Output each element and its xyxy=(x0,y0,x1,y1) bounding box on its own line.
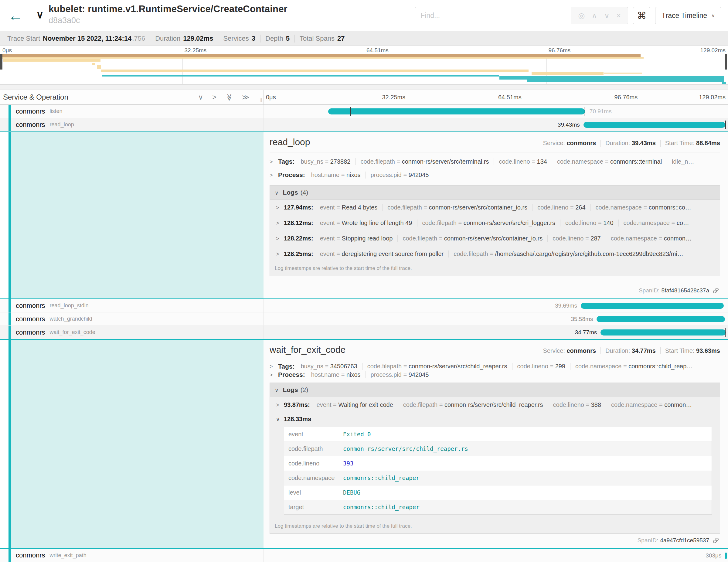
tag: code.namespaceconmonrs::child_reap… xyxy=(570,363,697,370)
span-row-read-loop-stdin[interactable]: conmonrs read_loop_stdin 39.69ms xyxy=(0,299,728,312)
minimap-right-handle[interactable] xyxy=(725,54,727,70)
span-bar[interactable] xyxy=(597,316,725,322)
detail-start-time: Start Time: 93.63ms xyxy=(660,347,720,354)
log-marker xyxy=(330,107,330,116)
minimap-left-handle[interactable] xyxy=(0,54,2,70)
tags-toggle[interactable]: Tags: busy_ns273882 code.filepathconmon-… xyxy=(270,155,720,168)
divider xyxy=(270,152,720,152)
span-duration-label: 303μs xyxy=(706,552,721,559)
log-entry[interactable]: 128.12ms: eventWrote log line of length … xyxy=(270,215,720,231)
trace-depth: Depth 5 xyxy=(260,35,294,43)
expand-all-icon[interactable]: ≫ xyxy=(242,93,249,101)
span-row-read-loop[interactable]: conmonrs read_loop 39.43ms xyxy=(0,118,728,131)
logs-section: Logs (2) 93.87ms: eventWaiting for exit … xyxy=(270,383,720,534)
span-duration-label: 70.91ms xyxy=(590,108,612,115)
column-resize-grip[interactable]: ‖ xyxy=(260,97,262,104)
service-color-bar xyxy=(9,132,11,298)
collapse-one-icon[interactable]: ∨ xyxy=(198,93,203,101)
collapse-all-icon[interactable]: ≫ xyxy=(225,94,233,101)
process-toggle[interactable]: Process: host.namenixos process.pid94204… xyxy=(270,168,720,182)
span-operation-name: read_loop xyxy=(50,121,74,128)
log-entry[interactable]: 128.22ms: eventStopping read loop code.f… xyxy=(270,231,720,246)
span-service-name: conmonrs xyxy=(16,107,45,115)
ruler-tick-label: 0μs xyxy=(2,47,12,54)
table-row: level DEBUG xyxy=(284,485,712,500)
timeline-gridline xyxy=(612,90,612,104)
log-entry[interactable]: 127.94ms: eventRead 4 bytes code.filepat… xyxy=(270,200,720,215)
expand-one-icon[interactable]: > xyxy=(212,93,216,101)
span-bar[interactable] xyxy=(328,108,585,114)
span-bar[interactable] xyxy=(725,553,727,559)
log-entry[interactable]: 128.25ms: eventderegistering event sourc… xyxy=(270,246,720,262)
span-bar[interactable] xyxy=(583,122,725,128)
ruler-tick-label: 32.25ms xyxy=(382,94,406,101)
log-fields-table: event Exited 0 code.filepath conmon-rs/s… xyxy=(284,427,712,515)
process-tag: host.namenixos xyxy=(306,371,366,378)
detail-start-time: Start Time: 88.84ms xyxy=(660,140,720,147)
minimap-span-bar xyxy=(722,82,726,84)
detail-row-shade[interactable] xyxy=(11,340,264,548)
keyboard-shortcuts-button[interactable]: ⌘ xyxy=(633,7,650,24)
process-toggle[interactable]: Process: host.namenixos process.pid94204… xyxy=(270,371,720,379)
timeline-column-header: Service & Operation ∨ > ≫ ≫ ‖ 0μs 32.25m… xyxy=(0,90,728,105)
detail-row-shade[interactable] xyxy=(11,132,264,298)
clear-search-icon[interactable]: × xyxy=(616,11,621,20)
log-entry-toggle[interactable]: 128.33ms xyxy=(274,416,716,423)
ruler-tick-label: 64.51ms xyxy=(366,47,389,54)
minimap-span-bar xyxy=(102,75,499,77)
title-chevron-down-icon[interactable]: ∨ xyxy=(36,9,44,21)
span-detail-panel: wait_for_exit_code Service: conmonrs Dur… xyxy=(264,340,728,548)
logs-note: Log timestamps are relative to the start… xyxy=(270,519,720,533)
span-detail-panel: read_loop Service: conmonrs Duration: 39… xyxy=(264,132,728,298)
chevron-right-icon xyxy=(270,371,274,378)
table-row: code.lineno 393 xyxy=(284,456,712,471)
service-color-bar xyxy=(9,549,11,562)
tag: code.lineno299 xyxy=(512,363,570,370)
minimap-span-bar xyxy=(101,70,529,72)
span-bar[interactable] xyxy=(581,303,724,309)
minimap-span-bar xyxy=(2,57,644,59)
span-operation-name: listen xyxy=(50,108,63,114)
back-button[interactable]: ← xyxy=(0,0,31,31)
service-operation-title: Service & Operation xyxy=(3,93,68,101)
expand-collapse-controls: ∨ > ≫ ≫ xyxy=(198,93,263,101)
view-selector-button[interactable]: Trace Timeline ∨ xyxy=(655,7,721,24)
next-result-icon[interactable]: ∨ xyxy=(604,11,610,20)
log-marker xyxy=(725,121,726,129)
process-tag: process.pid942045 xyxy=(366,371,434,378)
span-operation-name: wait_for_exit_code xyxy=(50,329,95,335)
span-detail-title: wait_for_exit_code xyxy=(270,345,345,355)
page-title: kubelet: runtime.v1.RuntimeService/Creat… xyxy=(49,4,287,15)
log-entry[interactable]: 93.87ms: eventWaiting for exit code code… xyxy=(270,397,720,413)
ruler-tick-label: 96.76ms xyxy=(549,47,571,54)
logs-header-toggle[interactable]: Logs (2) xyxy=(270,383,720,397)
trace-minimap[interactable] xyxy=(0,54,728,84)
span-bar[interactable] xyxy=(600,329,726,335)
chevron-right-icon xyxy=(276,235,281,242)
trace-summary-bar: Trace Start November 15 2022, 11:24:14.7… xyxy=(0,31,728,46)
span-duration-label: 34.77ms xyxy=(575,329,597,336)
logs-header-toggle[interactable]: Logs (4) xyxy=(270,186,720,200)
chevron-right-icon xyxy=(276,250,281,257)
chevron-right-icon xyxy=(270,363,274,370)
prev-result-icon[interactable]: ∧ xyxy=(592,11,597,20)
tags-toggle[interactable]: Tags: busy_ns34506763 code.filepathconmo… xyxy=(270,362,720,370)
minimap-ruler: 0μs 32.25ms 64.51ms 96.76ms 129.02ms xyxy=(0,46,728,54)
minimap-gridline xyxy=(182,54,182,84)
ruler-tick-label: 129.02ms xyxy=(700,47,726,54)
span-row-write-exit-path[interactable]: conmonrs write_exit_path 303μs xyxy=(0,549,728,562)
find-input[interactable] xyxy=(415,7,571,24)
tag: busy_ns34506763 xyxy=(296,363,362,370)
span-row-listen[interactable]: conmonrs listen 70.91ms xyxy=(0,105,728,118)
section-spacer xyxy=(0,84,728,90)
trace-start: Trace Start November 15 2022, 11:24:14.7… xyxy=(2,35,150,43)
span-row-wait-for-exit-code[interactable]: conmonrs wait_for_exit_code 34.77ms xyxy=(0,326,728,339)
timeline-gridline xyxy=(380,90,380,104)
span-id-value: 4a947cfd1ce59537 xyxy=(660,537,709,544)
span-service-name: conmonrs xyxy=(16,329,45,336)
copy-link-icon[interactable] xyxy=(712,287,719,294)
copy-link-icon[interactable] xyxy=(712,537,719,544)
match-highlight-icon[interactable]: ◎ xyxy=(578,11,585,20)
timeline-ruler-header: 0μs 32.25ms 64.51ms 96.76ms 129.02ms xyxy=(264,90,728,104)
span-row-watch-grandchild[interactable]: conmonrs watch_grandchild 35.58ms xyxy=(0,312,728,326)
